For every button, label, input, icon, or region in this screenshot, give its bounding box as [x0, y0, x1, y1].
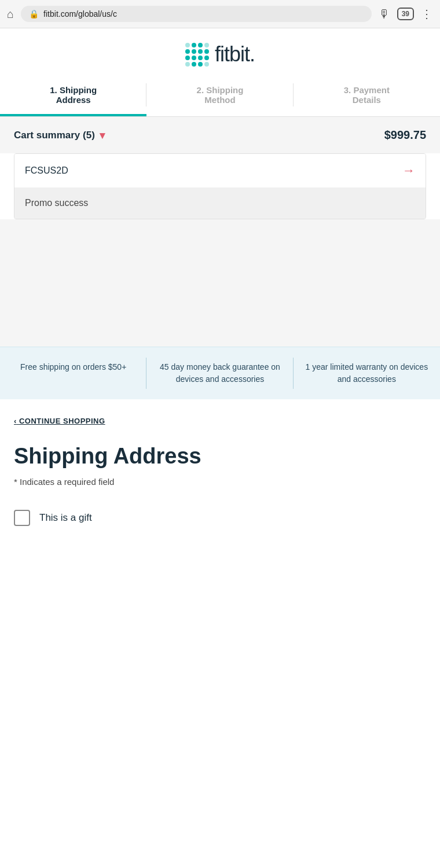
browser-chrome: ⌂ 🔒 fitbit.com/global/us/c 🎙 39 ⋮: [0, 0, 440, 28]
step-2-label: 2. ShippingMethod: [197, 85, 244, 105]
url-bar[interactable]: 🔒 fitbit.com/global/us/c: [21, 6, 372, 22]
shipping-address-section: Shipping Address * Indicates a required …: [0, 435, 440, 545]
tab-count[interactable]: 39: [397, 8, 414, 20]
fitbit-logo-dots: [185, 43, 209, 67]
cart-summary-bar[interactable]: Cart summary (5) ▾ $999.75: [0, 117, 440, 153]
logo-dot: [185, 62, 190, 67]
logo-dot: [185, 56, 190, 60]
logo-dot: [198, 49, 203, 54]
page-content: fitbit. 1. ShippingAddress 2. ShippingMe…: [0, 28, 440, 545]
logo-dot: [204, 49, 209, 54]
required-field-note: * Indicates a required field: [14, 477, 426, 487]
promo-apply-arrow[interactable]: →: [402, 163, 415, 178]
logo-dot: [192, 49, 196, 54]
cart-total: $999.75: [384, 128, 426, 142]
step-3-label: 3. PaymentDetails: [344, 85, 390, 105]
mic-icon[interactable]: 🎙: [379, 8, 390, 21]
logo-dot: [192, 43, 196, 47]
menu-icon[interactable]: ⋮: [421, 7, 433, 21]
logo-dot: [192, 62, 196, 67]
continue-shopping-link[interactable]: ‹ CONTINUE SHOPPING: [14, 417, 105, 425]
logo-dot: [192, 56, 196, 60]
promo-input-row[interactable]: FCSUS2D →: [14, 154, 426, 187]
logo-dot: [198, 62, 203, 67]
benefit-warranty: 1 year limited warranty on devices and a…: [294, 347, 440, 399]
steps-nav: 1. ShippingAddress 2. ShippingMethod 3. …: [0, 76, 440, 117]
promo-success-message: Promo success: [14, 187, 426, 219]
fitbit-header: fitbit.: [0, 28, 440, 76]
cart-summary-label: Cart summary (5): [14, 130, 95, 141]
logo-dot: [204, 56, 209, 60]
benefit-free-shipping: Free shipping on orders $50+: [0, 347, 146, 399]
step-3-tab[interactable]: 3. PaymentDetails: [294, 76, 440, 116]
promo-code-value: FCSUS2D: [25, 165, 68, 176]
logo-dot: [204, 43, 209, 47]
gift-row: This is a gift: [14, 501, 426, 535]
continue-shopping-section: ‹ CONTINUE SHOPPING: [0, 399, 440, 435]
lock-icon: 🔒: [29, 9, 39, 19]
benefits-bar: Free shipping on orders $50+ 45 day mone…: [0, 347, 440, 399]
logo-dot: [198, 43, 203, 47]
shipping-title: Shipping Address: [14, 444, 426, 469]
cart-chevron-icon: ▾: [100, 129, 105, 142]
logo-dot: [185, 43, 190, 47]
home-icon[interactable]: ⌂: [7, 8, 14, 21]
step-1-tab[interactable]: 1. ShippingAddress: [0, 76, 146, 116]
gift-label: This is a gift: [39, 512, 92, 524]
logo-dot: [198, 56, 203, 60]
logo-dot: [204, 62, 209, 67]
step-1-label: 1. ShippingAddress: [50, 85, 97, 105]
gift-checkbox[interactable]: [14, 510, 30, 526]
promo-section: FCSUS2D → Promo success: [14, 153, 426, 219]
brand-name: fitbit.: [215, 42, 255, 67]
logo-dot: [185, 49, 190, 54]
benefit-money-back: 45 day money back guarantee on devices a…: [146, 347, 293, 399]
url-text: fitbit.com/global/us/c: [43, 9, 117, 19]
continue-chevron-icon: ‹: [14, 417, 17, 425]
cart-summary-left: Cart summary (5) ▾: [14, 129, 105, 142]
step-2-tab[interactable]: 2. ShippingMethod: [146, 76, 293, 116]
content-spacer: [0, 219, 440, 347]
